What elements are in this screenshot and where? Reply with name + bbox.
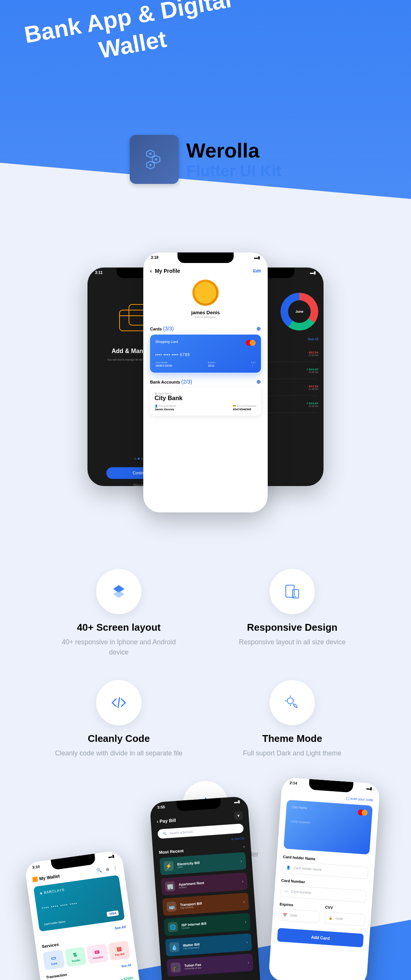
feature-icon [96,569,142,614]
signal-icon: ▬▮ [234,800,240,804]
bill-icon: 🏢 [165,881,175,892]
bank-header: Bank Accounts (2/3) ⊕ [150,379,261,385]
service-icon: ▤ [110,945,127,953]
service-chip[interactable]: ▭ Card [43,950,65,970]
feature-icon [269,680,315,725]
bill-icon: 🎓 [170,962,181,973]
holder-name: JAMES DENS [155,364,172,367]
dot-active[interactable] [138,458,140,460]
holder-placeholder: Card Holder Name [293,866,322,872]
expires-col: Expires 📅Date [278,902,320,928]
search-icon[interactable]: 🔍 [96,867,102,873]
avatar[interactable] [192,280,219,306]
add-bank-icon[interactable]: ⊕ [256,379,261,385]
tx-value: - $12.34 [307,385,318,388]
tx-time: 13.45 PM [307,371,318,373]
paybill-content: ‹ Pay Bill ▼ 🔍 Search a Service ⊕ Add bi… [150,805,260,980]
signal-icon: ▬▮ [254,255,260,259]
signal-icon: ▬▮ [366,786,373,791]
bill-item[interactable]: 🎓 Tution Fee University at sea › [167,954,254,977]
edit-button[interactable]: Edit [253,269,261,273]
search-input[interactable]: 🔍 Search a Service [157,824,244,839]
bill-icon: 🌐 [168,921,178,932]
bill-item[interactable]: ⚡ Electricity Bill Delhi › [159,852,247,875]
service-chip[interactable]: ▤ Pay Bill [108,940,131,961]
profile-title-text: My Profile [155,268,180,274]
back-icon[interactable]: ‹ [156,819,158,824]
time: 2:14 [290,781,298,785]
tx-amt: + $7000 13.45 PM [121,976,134,980]
tx-name: Face Book [62,978,118,980]
bill-info: ISP Internet Bill Comnet [182,920,241,929]
bill-item[interactable]: 🌐 ISP Internet Bill Comnet › [164,913,251,936]
profile-content: ‹ My Profile Edit james Denis UI/UX Desi… [143,261,268,422]
visa-number: •••• •••• •••• •••• [41,896,116,910]
lock-icon: 🔒 [328,916,333,920]
cards-title-text: Cards [150,327,162,331]
donut-month: June [295,310,303,313]
cvv-value: ⋮ [251,364,256,368]
tx-value: + $7000 [121,976,134,980]
service-label: Pay Bill [111,952,128,957]
svg-point-15 [287,698,293,704]
expires-input[interactable]: 📅Date [279,908,320,923]
bill-item[interactable]: 💧 Watter Bill City Corporation › [165,933,252,957]
accnum-val: 45474546545 [233,408,256,411]
pb-header: ‹ Pay Bill ▼ [156,811,243,826]
exp-placeholder: Date [290,913,298,918]
brand-text: Werolla Flutter UI Kit [186,138,281,180]
services-title: Services [41,942,59,949]
donut-chart[interactable]: June [280,293,318,331]
bill-item[interactable]: 🚌 Transport Bill City Authority › [162,892,249,916]
credit-card[interactable]: Shopping Card •••• •••• •••• 6789 Card H… [150,334,261,372]
feature-desc: Full suport Dark and Light theme [228,748,356,759]
service-label: Card [46,961,62,966]
brand-name: Werolla [186,138,281,162]
back-icon[interactable]: ‹ [150,268,152,274]
hex-icon [141,146,167,173]
visa-card[interactable]: ◈ BARCLAYS •••• •••• •••• •••• Card hold… [33,875,125,932]
add-card-button[interactable]: Add Card [277,928,364,948]
svg-line-14 [118,698,119,708]
acc-name: Jamin Dennis [155,408,176,411]
chevron-icon: › [243,899,245,904]
cc-bot: Card HolderJAMES DENS Expires10/12 CVV⋮ [155,361,256,368]
cvv-label: CVV [251,361,256,364]
phone-shell: 2:14▬▮ [ ] scan your code Card Name CARD… [268,777,380,980]
dot[interactable] [134,458,136,460]
tx-time: 12.34 PM [307,354,318,356]
add-card-icon[interactable]: ⊕ [256,326,261,332]
time: 3:11 [95,270,103,275]
service-chip[interactable]: 🎟 Voucher [86,944,108,964]
see-all[interactable]: See All [121,963,132,969]
bill-info: Apartment Rent Andheri [178,879,238,889]
more-icon[interactable]: ⋮ [113,865,118,871]
see-all[interactable]: See All [308,337,318,341]
see-all[interactable]: See All [115,925,126,930]
chevron-icon[interactable]: › [243,843,245,849]
cvv-input[interactable]: 🔒code [324,912,365,926]
exp-field: Expires10/12 [208,361,215,368]
dot[interactable] [141,458,143,460]
feature-title: 40+ Screen layout [55,622,183,633]
feature: Theme Mode Full suport Dark and Light th… [228,680,356,759]
globe-icon[interactable]: ⊕ [105,866,110,872]
cvv-field: CVV⋮ [251,361,256,368]
filter-icon[interactable]: ▼ [234,811,243,820]
bank-title: Bank Accounts (2/3) [150,379,192,385]
svg-point-5 [149,164,151,166]
bill-icon: 🚌 [166,901,177,912]
card-preview: Card Name CARD NUMBER [284,800,373,855]
bank-card[interactable]: 🏛 Bank Name City Bank 👤 Account Name Jam… [150,388,261,415]
most-recent-title: Most Recent [159,848,184,855]
bill-item[interactable]: 🏢 Apartment Rent Andheri › [161,872,248,896]
card-number-ph: CARD NUMBER [291,820,366,828]
bank-row: 👤 Account Name Jamin Dennis 💳 Account Nu… [155,405,256,411]
time: 3:55 [157,805,165,809]
bank-count: (2/3) [182,379,192,385]
feature: 40+ Screen layout 40+ responsive in Ipho… [55,569,183,657]
number-placeholder: Card Number [291,889,312,895]
card-number: •••• •••• •••• 6789 [155,353,256,357]
profile-title: ‹ My Profile [150,268,180,274]
service-chip[interactable]: ⇅ Tranfer [64,947,87,967]
